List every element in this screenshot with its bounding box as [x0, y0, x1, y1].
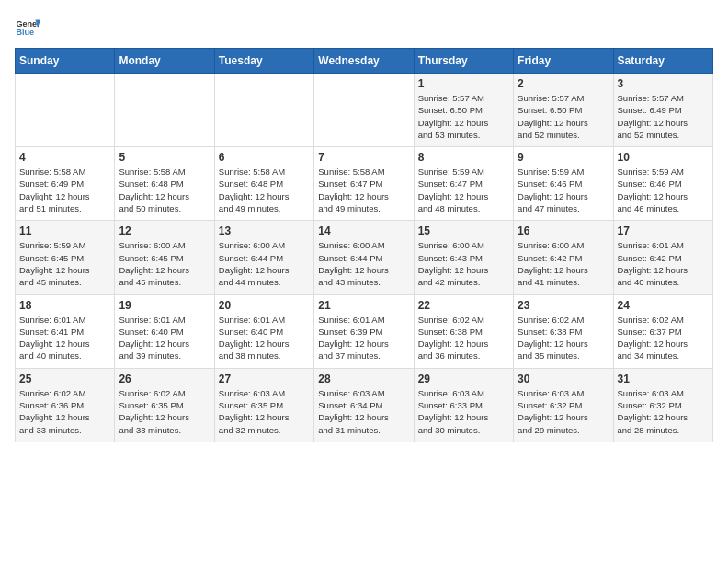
day-number: 10: [618, 151, 709, 164]
cell-content: Sunrise: 6:00 AM Sunset: 6:43 PM Dayligh…: [418, 239, 509, 288]
day-number: 7: [318, 151, 409, 164]
cell-content: Sunrise: 5:58 AM Sunset: 6:48 PM Dayligh…: [119, 166, 210, 214]
calendar-cell: 15Sunrise: 6:00 AM Sunset: 6:43 PM Dayli…: [414, 221, 513, 294]
day-number: 19: [119, 299, 210, 312]
day-number: 1: [418, 77, 509, 90]
day-number: 12: [119, 224, 210, 237]
cell-content: Sunrise: 6:03 AM Sunset: 6:35 PM Dayligh…: [219, 387, 310, 436]
calendar-cell: 26Sunrise: 6:02 AM Sunset: 6:35 PM Dayli…: [115, 368, 214, 442]
calendar-cell: 10Sunrise: 5:59 AM Sunset: 6:46 PM Dayli…: [613, 147, 712, 221]
cell-content: Sunrise: 5:58 AM Sunset: 6:48 PM Dayligh…: [219, 166, 310, 214]
cell-content: Sunrise: 6:02 AM Sunset: 6:37 PM Dayligh…: [618, 314, 709, 362]
cell-content: Sunrise: 6:01 AM Sunset: 6:40 PM Dayligh…: [219, 314, 310, 362]
cell-content: Sunrise: 5:59 AM Sunset: 6:46 PM Dayligh…: [518, 166, 609, 214]
cell-content: Sunrise: 5:57 AM Sunset: 6:49 PM Dayligh…: [618, 92, 709, 141]
cell-content: Sunrise: 6:01 AM Sunset: 6:39 PM Dayligh…: [318, 314, 409, 362]
calendar-cell: 28Sunrise: 6:03 AM Sunset: 6:34 PM Dayli…: [314, 368, 414, 442]
calendar-header: SundayMondayTuesdayWednesdayThursdayFrid…: [16, 49, 713, 74]
calendar-cell: 29Sunrise: 6:03 AM Sunset: 6:33 PM Dayli…: [414, 368, 513, 442]
day-number: 2: [518, 77, 609, 90]
cell-content: Sunrise: 6:03 AM Sunset: 6:32 PM Dayligh…: [618, 387, 709, 436]
day-number: 29: [418, 373, 509, 385]
calendar-cell: 6Sunrise: 5:58 AM Sunset: 6:48 PM Daylig…: [214, 147, 313, 221]
calendar-cell: 16Sunrise: 6:00 AM Sunset: 6:42 PM Dayli…: [514, 221, 613, 294]
calendar-cell: 14Sunrise: 6:00 AM Sunset: 6:44 PM Dayli…: [314, 221, 414, 294]
day-number: 24: [618, 299, 709, 312]
svg-text:Blue: Blue: [16, 28, 34, 37]
day-number: 8: [418, 151, 509, 164]
calendar-cell: 22Sunrise: 6:02 AM Sunset: 6:38 PM Dayli…: [414, 294, 513, 368]
day-number: 18: [19, 299, 110, 312]
cell-content: Sunrise: 5:57 AM Sunset: 6:50 PM Dayligh…: [518, 92, 609, 141]
column-header-friday: Friday: [514, 49, 613, 74]
day-number: 5: [119, 151, 210, 164]
column-header-wednesday: Wednesday: [314, 49, 414, 74]
calendar-cell: 20Sunrise: 6:01 AM Sunset: 6:40 PM Dayli…: [214, 294, 313, 368]
cell-content: Sunrise: 5:59 AM Sunset: 6:45 PM Dayligh…: [19, 239, 110, 288]
cell-content: Sunrise: 6:02 AM Sunset: 6:38 PM Dayligh…: [518, 314, 609, 362]
calendar-cell: 23Sunrise: 6:02 AM Sunset: 6:38 PM Dayli…: [514, 294, 613, 368]
cell-content: Sunrise: 6:03 AM Sunset: 6:34 PM Dayligh…: [318, 387, 409, 436]
column-header-tuesday: Tuesday: [214, 49, 313, 74]
calendar-cell: 19Sunrise: 6:01 AM Sunset: 6:40 PM Dayli…: [115, 294, 214, 368]
calendar-cell: 30Sunrise: 6:03 AM Sunset: 6:32 PM Dayli…: [514, 368, 613, 442]
page-header: General Blue: [15, 15, 713, 40]
day-number: 3: [618, 77, 709, 90]
cell-content: Sunrise: 6:00 AM Sunset: 6:44 PM Dayligh…: [219, 239, 310, 288]
cell-content: Sunrise: 6:02 AM Sunset: 6:38 PM Dayligh…: [418, 314, 509, 362]
day-number: 28: [318, 373, 409, 385]
cell-content: Sunrise: 5:57 AM Sunset: 6:50 PM Dayligh…: [418, 92, 509, 141]
calendar-cell: [214, 74, 313, 147]
column-header-monday: Monday: [115, 49, 214, 74]
cell-content: Sunrise: 6:03 AM Sunset: 6:32 PM Dayligh…: [518, 387, 609, 436]
day-number: 15: [418, 224, 509, 237]
day-number: 4: [19, 151, 110, 164]
cell-content: Sunrise: 6:00 AM Sunset: 6:42 PM Dayligh…: [518, 239, 609, 288]
cell-content: Sunrise: 5:58 AM Sunset: 6:47 PM Dayligh…: [318, 166, 409, 214]
calendar-week-2: 4Sunrise: 5:58 AM Sunset: 6:49 PM Daylig…: [16, 147, 713, 221]
calendar-cell: 11Sunrise: 5:59 AM Sunset: 6:45 PM Dayli…: [16, 221, 115, 294]
day-number: 11: [19, 224, 110, 237]
calendar-cell: 1Sunrise: 5:57 AM Sunset: 6:50 PM Daylig…: [414, 74, 513, 147]
calendar-cell: 18Sunrise: 6:01 AM Sunset: 6:41 PM Dayli…: [16, 294, 115, 368]
calendar-cell: 17Sunrise: 6:01 AM Sunset: 6:42 PM Dayli…: [613, 221, 712, 294]
calendar-cell: [115, 74, 214, 147]
calendar-cell: 9Sunrise: 5:59 AM Sunset: 6:46 PM Daylig…: [514, 147, 613, 221]
cell-content: Sunrise: 5:59 AM Sunset: 6:46 PM Dayligh…: [618, 166, 709, 214]
day-number: 17: [618, 224, 709, 237]
calendar-cell: [314, 74, 414, 147]
column-header-thursday: Thursday: [414, 49, 513, 74]
day-number: 9: [518, 151, 609, 164]
day-number: 21: [318, 299, 409, 312]
calendar-cell: 7Sunrise: 5:58 AM Sunset: 6:47 PM Daylig…: [314, 147, 414, 221]
calendar-cell: 13Sunrise: 6:00 AM Sunset: 6:44 PM Dayli…: [214, 221, 313, 294]
calendar-week-3: 11Sunrise: 5:59 AM Sunset: 6:45 PM Dayli…: [16, 221, 713, 294]
cell-content: Sunrise: 6:00 AM Sunset: 6:44 PM Dayligh…: [318, 239, 409, 288]
day-number: 26: [119, 373, 210, 385]
calendar-cell: 8Sunrise: 5:59 AM Sunset: 6:47 PM Daylig…: [414, 147, 513, 221]
cell-content: Sunrise: 6:03 AM Sunset: 6:33 PM Dayligh…: [418, 387, 509, 436]
cell-content: Sunrise: 5:58 AM Sunset: 6:49 PM Dayligh…: [19, 166, 110, 214]
calendar-cell: 31Sunrise: 6:03 AM Sunset: 6:32 PM Dayli…: [613, 368, 712, 442]
calendar-table: SundayMondayTuesdayWednesdayThursdayFrid…: [15, 48, 713, 442]
calendar-body: 1Sunrise: 5:57 AM Sunset: 6:50 PM Daylig…: [16, 74, 713, 442]
day-number: 23: [518, 299, 609, 312]
column-header-sunday: Sunday: [16, 49, 115, 74]
calendar-cell: 3Sunrise: 5:57 AM Sunset: 6:49 PM Daylig…: [613, 74, 712, 147]
day-number: 16: [518, 224, 609, 237]
day-number: 13: [219, 224, 310, 237]
cell-content: Sunrise: 5:59 AM Sunset: 6:47 PM Dayligh…: [418, 166, 509, 214]
cell-content: Sunrise: 6:01 AM Sunset: 6:40 PM Dayligh…: [119, 314, 210, 362]
calendar-cell: 25Sunrise: 6:02 AM Sunset: 6:36 PM Dayli…: [16, 368, 115, 442]
calendar-cell: 21Sunrise: 6:01 AM Sunset: 6:39 PM Dayli…: [314, 294, 414, 368]
column-header-saturday: Saturday: [613, 49, 712, 74]
cell-content: Sunrise: 6:01 AM Sunset: 6:41 PM Dayligh…: [19, 314, 110, 362]
calendar-week-5: 25Sunrise: 6:02 AM Sunset: 6:36 PM Dayli…: [16, 368, 713, 442]
calendar-cell: 24Sunrise: 6:02 AM Sunset: 6:37 PM Dayli…: [613, 294, 712, 368]
calendar-cell: 27Sunrise: 6:03 AM Sunset: 6:35 PM Dayli…: [214, 368, 313, 442]
cell-content: Sunrise: 6:02 AM Sunset: 6:36 PM Dayligh…: [19, 387, 110, 436]
day-number: 30: [518, 373, 609, 385]
day-number: 22: [418, 299, 509, 312]
cell-content: Sunrise: 6:00 AM Sunset: 6:45 PM Dayligh…: [119, 239, 210, 288]
cell-content: Sunrise: 6:01 AM Sunset: 6:42 PM Dayligh…: [618, 239, 709, 288]
